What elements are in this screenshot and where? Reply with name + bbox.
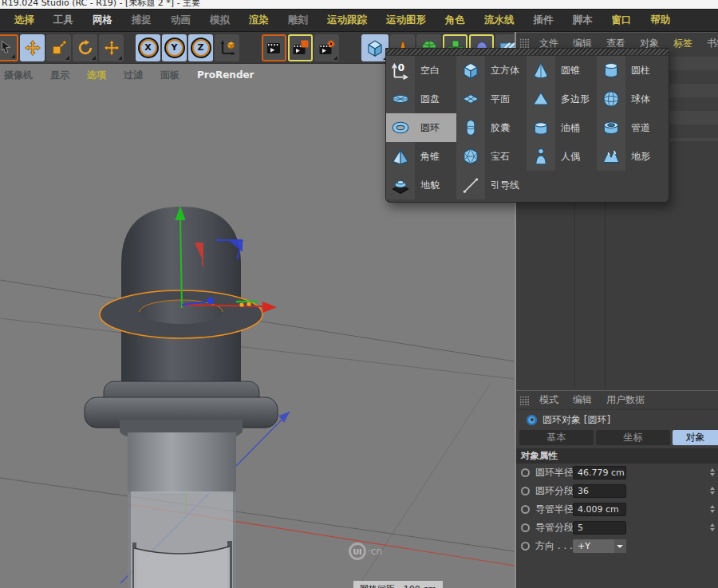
primitive-oil-tank[interactable]: 油桶 bbox=[527, 113, 597, 142]
menu-motion-tracker[interactable]: 运动跟踪 bbox=[318, 14, 377, 27]
figure-icon bbox=[527, 142, 555, 171]
primitive-pyramid[interactable]: 角锥 bbox=[386, 142, 456, 171]
object-properties-section: 对象属性 bbox=[516, 448, 718, 464]
om-menu-bookmarks[interactable]: 书签 bbox=[700, 37, 718, 50]
menu-animate[interactable]: 动画 bbox=[161, 14, 200, 27]
tab-object[interactable]: 对象 bbox=[673, 430, 718, 445]
cylinder-icon bbox=[597, 56, 625, 85]
live-selection-button[interactable] bbox=[0, 34, 18, 61]
null-icon: 0 bbox=[386, 56, 415, 85]
keyframe-circle-icon[interactable] bbox=[521, 487, 530, 495]
oil-tank-icon bbox=[527, 113, 555, 142]
ring-segments-input[interactable]: 36 bbox=[573, 484, 626, 498]
stepper-arrows-icon[interactable] bbox=[710, 468, 716, 477]
menu-render[interactable]: 渲染 bbox=[239, 14, 278, 27]
grid-spacing-tooltip: 网格间距 : 100 cm bbox=[353, 581, 443, 588]
primitive-capsule[interactable]: 胶囊 bbox=[456, 113, 527, 142]
axis-move-icon bbox=[102, 38, 121, 57]
property-row-pipe-segments: 导管分段 5 bbox=[516, 519, 718, 537]
attr-menu-mode[interactable]: 模式 bbox=[532, 393, 566, 407]
primitive-relief[interactable]: 地貌 bbox=[386, 171, 456, 199]
viewport-menu-cameras[interactable]: 摄像机 bbox=[0, 69, 41, 82]
keyframe-circle-icon[interactable] bbox=[521, 542, 530, 551]
cone-icon bbox=[527, 56, 555, 85]
primitive-polygon[interactable]: 多边形 bbox=[527, 85, 597, 113]
add-primitive-button[interactable] bbox=[361, 34, 389, 61]
menu-help[interactable]: 帮助 bbox=[641, 14, 681, 27]
lock-y-axis-button[interactable]: Y bbox=[162, 34, 187, 61]
render-picture-viewer-button[interactable] bbox=[288, 34, 313, 61]
render-view-button[interactable] bbox=[262, 34, 286, 61]
menu-tools[interactable]: 工具 bbox=[44, 14, 83, 27]
primitive-cube[interactable]: 立方体 bbox=[456, 56, 527, 85]
menu-script[interactable]: 脚本 bbox=[563, 14, 602, 27]
primitive-terrain[interactable]: 地形 bbox=[597, 142, 669, 171]
tab-coordinates[interactable]: 坐标 bbox=[596, 430, 670, 445]
disc-icon bbox=[386, 85, 415, 113]
keyframe-circle-icon[interactable] bbox=[521, 505, 530, 514]
cube-icon bbox=[456, 56, 485, 85]
grip-icon[interactable] bbox=[519, 38, 530, 48]
cursor-icon bbox=[0, 39, 15, 57]
lock-x-axis-button[interactable]: X bbox=[136, 34, 160, 61]
pipe-segments-input[interactable]: 5 bbox=[573, 521, 626, 535]
menu-mesh[interactable]: 网格 bbox=[83, 14, 122, 27]
tab-basic[interactable]: 基本 bbox=[519, 430, 594, 445]
menu-mograph[interactable]: 运动图形 bbox=[377, 14, 436, 27]
stepper-arrows-icon[interactable] bbox=[710, 487, 716, 495]
attribute-manager: 模式 编辑 用户数据 圆环对象 [圆环] 基本 坐标 对象 对象属性 圆环半径 … bbox=[516, 390, 718, 588]
attr-menu-user-data[interactable]: 用户数据 bbox=[599, 393, 652, 407]
menu-plugins[interactable]: 插件 bbox=[524, 14, 563, 27]
pipe-radius-input[interactable]: 4.009 cm bbox=[573, 503, 626, 516]
viewport-menu-display[interactable]: 显示 bbox=[41, 69, 78, 82]
stepper-arrows-icon[interactable] bbox=[710, 505, 716, 514]
keyframe-circle-icon[interactable] bbox=[521, 468, 530, 477]
render-settings-icon bbox=[318, 38, 337, 57]
axis-move-button[interactable] bbox=[99, 34, 124, 61]
pyramid-icon bbox=[386, 142, 415, 171]
property-row-ring-segments: 圆环分段 36 bbox=[516, 482, 718, 500]
cinema4d-window: R19.024 Studio (RC - R19) - [未标题 2 *] - … bbox=[0, 0, 718, 588]
stepper-arrows-icon[interactable] bbox=[710, 523, 716, 532]
coordinate-system-button[interactable] bbox=[215, 34, 239, 61]
primitive-gem[interactable]: 宝石 bbox=[456, 142, 527, 171]
primitive-guide[interactable]: 引导线 bbox=[456, 171, 527, 199]
dropdown-drag-handle[interactable] bbox=[386, 49, 669, 56]
menu-select[interactable]: 选择 bbox=[5, 14, 44, 27]
guide-icon bbox=[456, 171, 485, 199]
ring-radius-input[interactable]: 46.779 cm bbox=[573, 466, 626, 479]
move-tool-button[interactable] bbox=[20, 34, 45, 61]
menu-sculpt[interactable]: 雕刻 bbox=[278, 14, 318, 27]
menu-character[interactable]: 角色 bbox=[436, 14, 475, 27]
menu-snap[interactable]: 捕捉 bbox=[122, 14, 161, 27]
property-row-ring-radius: 圆环半径 46.779 cm bbox=[516, 464, 718, 482]
primitive-torus[interactable]: 圆环 bbox=[386, 113, 456, 142]
menu-simulate[interactable]: 模拟 bbox=[200, 14, 239, 27]
primitive-sphere[interactable]: 球体 bbox=[597, 85, 669, 113]
capsule-icon bbox=[456, 113, 485, 142]
scale-tool-button[interactable] bbox=[46, 34, 71, 61]
menu-pipeline[interactable]: 流水线 bbox=[475, 14, 524, 27]
lock-z-axis-button[interactable]: Z bbox=[188, 34, 213, 61]
viewport-menu-options[interactable]: 选项 bbox=[78, 69, 115, 82]
primitive-figure[interactable]: 人偶 bbox=[527, 142, 597, 171]
viewport-menu-prorender[interactable]: ProRender bbox=[188, 69, 263, 81]
viewport-menu-filter[interactable]: 过滤 bbox=[115, 69, 152, 82]
primitive-cylinder[interactable]: 圆柱 bbox=[597, 56, 669, 85]
primitive-null[interactable]: 0 空白 bbox=[386, 56, 456, 85]
edit-render-settings-button[interactable] bbox=[314, 34, 339, 61]
orientation-dropdown[interactable]: +Y bbox=[573, 539, 626, 553]
primitive-plane[interactable]: 平面 bbox=[456, 85, 527, 113]
primitive-tube[interactable]: 管道 bbox=[597, 113, 669, 142]
torus-handle-dot bbox=[247, 302, 251, 306]
primitives-dropdown-menu: 0 空白 圆盘 圆环 bbox=[385, 48, 669, 203]
keyframe-circle-icon[interactable] bbox=[521, 523, 530, 532]
grip-icon[interactable] bbox=[519, 396, 530, 405]
rotate-tool-button[interactable] bbox=[73, 34, 97, 61]
viewport-menu-panel[interactable]: 面板 bbox=[152, 69, 188, 82]
primitive-disc[interactable]: 圆盘 bbox=[386, 85, 456, 113]
om-menu-tags[interactable]: 标签 bbox=[666, 37, 700, 50]
attr-menu-edit[interactable]: 编辑 bbox=[566, 393, 599, 407]
menu-window[interactable]: 窗口 bbox=[602, 14, 641, 27]
primitive-cone[interactable]: 圆锥 bbox=[527, 56, 597, 85]
